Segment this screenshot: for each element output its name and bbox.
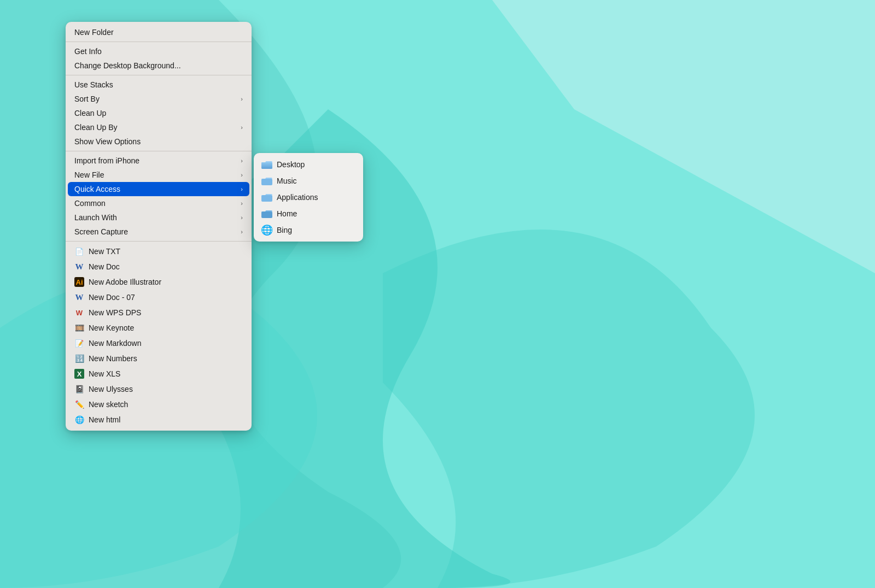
context-menu-wrapper: New Folder Get Info Change Desktop Backg… [66, 22, 252, 431]
globe-icon: 🌐 [261, 225, 272, 236]
menu-item-new-numbers[interactable]: 🔢 New Numbers [66, 351, 252, 366]
svg-rect-6 [261, 211, 272, 218]
chevron-icon: › [241, 228, 243, 235]
menu-item-new-file[interactable]: New File › [66, 168, 252, 182]
word-07-icon: W [74, 292, 84, 302]
submenu-quick-access: Desktop Music [254, 153, 363, 242]
submenu-item-music[interactable]: Music [254, 173, 363, 189]
submenu-item-bing[interactable]: 🌐 Bing [254, 222, 363, 238]
ulysses-icon: 📓 [74, 384, 84, 394]
submenu-item-desktop[interactable]: Desktop [254, 156, 363, 173]
menu-item-clean-up[interactable]: Clean Up [66, 106, 252, 120]
menu-item-new-markdown[interactable]: 📝 New Markdown [66, 336, 252, 351]
menu-item-new-doc-07[interactable]: W New Doc - 07 [66, 290, 252, 305]
chevron-icon: › [241, 96, 243, 102]
ai-icon: Ai [74, 277, 84, 287]
menu-item-launch-with[interactable]: Launch With › [66, 210, 252, 225]
chevron-icon: › [241, 157, 243, 164]
xls-icon: X [74, 369, 84, 379]
menu-item-get-info[interactable]: Get Info [66, 44, 252, 58]
sketch-icon: ✏️ [74, 399, 84, 409]
chevron-icon: › [241, 186, 243, 192]
numbers-icon: 🔢 [74, 354, 84, 363]
chevron-icon: › [241, 200, 243, 207]
keynote-icon: 🎞️ [74, 323, 84, 333]
menu-item-new-doc[interactable]: W New Doc [66, 259, 252, 274]
markdown-icon: 📝 [74, 338, 84, 348]
chevron-icon: › [241, 172, 243, 178]
divider-3 [66, 151, 252, 151]
folder-desktop-icon [261, 159, 272, 170]
submenu-item-applications[interactable]: Applications [254, 189, 363, 205]
html-icon: 🌐 [74, 415, 84, 425]
svg-rect-5 [261, 195, 272, 202]
menu-item-new-xls[interactable]: X New XLS [66, 366, 252, 381]
divider-2 [66, 75, 252, 75]
divider-4 [66, 241, 252, 242]
menu-item-new-folder[interactable]: New Folder [66, 25, 252, 39]
wps-icon: W [74, 308, 84, 317]
chevron-icon: › [241, 214, 243, 221]
menu-item-new-keynote[interactable]: 🎞️ New Keynote [66, 320, 252, 336]
menu-item-new-wps-dps[interactable]: W New WPS DPS [66, 305, 252, 320]
svg-rect-3 [261, 162, 272, 169]
menu-item-use-stacks[interactable]: Use Stacks [66, 78, 252, 92]
menu-item-new-txt[interactable]: 📄 New TXT [66, 244, 252, 259]
context-menu: New Folder Get Info Change Desktop Backg… [66, 22, 252, 431]
menu-item-clean-up-by[interactable]: Clean Up By › [66, 120, 252, 134]
chevron-icon: › [241, 124, 243, 131]
folder-applications-icon [261, 192, 272, 203]
menu-item-import-from-iphone[interactable]: Import from iPhone › [66, 154, 252, 168]
txt-icon: 📄 [74, 246, 84, 256]
folder-music-icon [261, 175, 272, 186]
word-icon: W [74, 262, 84, 272]
menu-item-change-desktop-bg[interactable]: Change Desktop Background... [66, 58, 252, 73]
menu-item-quick-access[interactable]: Quick Access › [68, 182, 249, 196]
menu-item-screen-capture[interactable]: Screen Capture › [66, 225, 252, 239]
submenu-item-home[interactable]: Home [254, 205, 363, 222]
menu-item-new-adobe-illustrator[interactable]: Ai New Adobe Illustrator [66, 274, 252, 290]
divider-1 [66, 42, 252, 42]
menu-item-sort-by[interactable]: Sort By › [66, 92, 252, 106]
menu-item-new-sketch[interactable]: ✏️ New sketch [66, 397, 252, 412]
menu-item-show-view-options[interactable]: Show View Options [66, 134, 252, 149]
svg-rect-4 [261, 179, 272, 185]
menu-item-new-html[interactable]: 🌐 New html [66, 412, 252, 427]
folder-home-icon [261, 208, 272, 219]
menu-item-common[interactable]: Common › [66, 196, 252, 210]
menu-item-new-ulysses[interactable]: 📓 New Ulysses [66, 381, 252, 397]
